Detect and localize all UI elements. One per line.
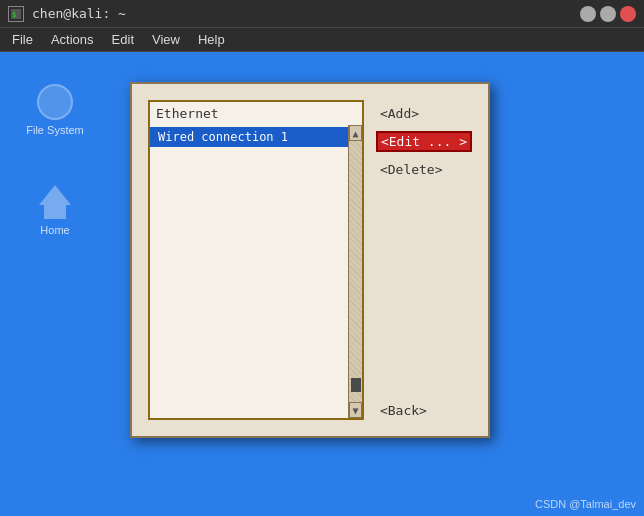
menu-file[interactable]: File — [4, 30, 41, 49]
list-with-scrollbar: Wired connection 1 ▲ ▼ — [150, 125, 362, 418]
home-label: Home — [40, 224, 69, 236]
delete-button[interactable]: <Delete> — [376, 160, 472, 179]
menu-help[interactable]: Help — [190, 30, 233, 49]
scroll-track — [349, 141, 362, 402]
action-buttons-panel: <Add> <Edit ... > <Delete> <Back> — [376, 100, 472, 420]
desktop: File System Home Ethernet Wired connecti… — [0, 52, 644, 516]
connection-list: Wired connection 1 — [150, 125, 348, 418]
close-button[interactable] — [620, 6, 636, 22]
dialog-content: Ethernet Wired connection 1 ▲ ▼ — [132, 84, 488, 436]
back-button[interactable]: <Back> — [376, 401, 472, 420]
desktop-icon-filesystem[interactable]: File System — [20, 82, 90, 136]
menu-actions[interactable]: Actions — [43, 30, 102, 49]
network-connections-dialog: Ethernet Wired connection 1 ▲ ▼ — [130, 82, 490, 438]
scrollbar: ▲ ▼ — [348, 125, 362, 418]
scroll-down-arrow[interactable]: ▼ — [349, 402, 362, 418]
list-item-wired1[interactable]: Wired connection 1 — [150, 127, 348, 147]
watermark: CSDN @Talmai_dev — [535, 498, 636, 510]
filesystem-label: File System — [26, 124, 83, 136]
home-icon — [35, 182, 75, 222]
add-button[interactable]: <Add> — [376, 104, 472, 123]
window-title: chen@kali: ~ — [32, 6, 126, 21]
edit-button[interactable]: <Edit ... > — [376, 131, 472, 152]
menu-bar: File Actions Edit View Help — [0, 28, 644, 52]
connection-list-container: Ethernet Wired connection 1 ▲ ▼ — [148, 100, 364, 420]
watermark-text: CSDN @Talmai_dev — [535, 498, 636, 510]
minimize-button[interactable] — [580, 6, 596, 22]
filesystem-icon — [35, 82, 75, 122]
svg-text:$: $ — [12, 11, 16, 19]
window-controls — [580, 6, 636, 22]
title-bar: $ chen@kali: ~ — [0, 0, 644, 28]
title-bar-left: $ chen@kali: ~ — [8, 6, 126, 22]
maximize-button[interactable] — [600, 6, 616, 22]
terminal-icon: $ — [8, 6, 24, 22]
desktop-icon-home[interactable]: Home — [20, 182, 90, 236]
scroll-thumb[interactable] — [351, 378, 361, 392]
menu-edit[interactable]: Edit — [104, 30, 142, 49]
menu-view[interactable]: View — [144, 30, 188, 49]
section-header: Ethernet — [150, 102, 362, 125]
scroll-up-arrow[interactable]: ▲ — [349, 125, 362, 141]
